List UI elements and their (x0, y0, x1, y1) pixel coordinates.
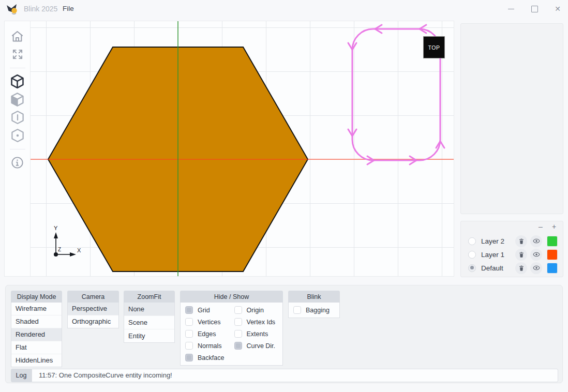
camera-option-orthographic[interactable]: Orthographic (68, 315, 118, 328)
trash-icon (518, 265, 525, 272)
zoomfit-card: ZoomFit None Scene Entity (124, 291, 175, 343)
hexagon-line-icon (10, 110, 25, 125)
close-button[interactable]: ✕ (554, 4, 562, 13)
edges-checkbox[interactable] (185, 330, 193, 338)
minimize-icon (508, 9, 514, 9)
hide-show-card: Hide / Show Grid Origin Vertices Vertex … (180, 291, 283, 366)
menu-file[interactable]: File (63, 5, 74, 12)
normals-checkbox-row[interactable]: Normals (183, 340, 232, 352)
layer-select-radio[interactable] (468, 264, 476, 272)
extents-label: Extents (247, 330, 268, 338)
window-controls: ✕ (507, 4, 562, 13)
zoomfit-list: None Scene Entity (124, 303, 175, 343)
app-title: Blink 2025 (24, 5, 57, 13)
zoomfit-option-scene[interactable]: Scene (124, 316, 174, 329)
curve-dir-checkbox-row[interactable]: Curve Dir. (232, 340, 281, 352)
gizmo-z-label: Z (58, 247, 61, 252)
remove-layer-button[interactable]: – (537, 222, 544, 231)
view-toolbar (5, 21, 31, 276)
extents-checkbox[interactable] (234, 330, 242, 338)
log-output[interactable]: 11:57: One CompositeCurve entity incomin… (32, 369, 558, 382)
title-bar: Blink 2025 File ✕ (0, 0, 568, 20)
gizmo-x-label: X (77, 247, 81, 253)
vertex-ids-label: Vertex Ids (247, 319, 276, 326)
eye-icon (533, 237, 540, 245)
viewport-canvas[interactable]: Y X Z TOP (4, 21, 454, 277)
controls-panel: Display Mode Wireframe Shaded Rendered F… (5, 285, 563, 383)
layer-visibility-button[interactable] (530, 249, 542, 261)
display-mode-option-wireframe[interactable]: Wireframe (11, 303, 62, 315)
fit-view-button[interactable] (9, 46, 26, 63)
vertex-ids-checkbox-row[interactable]: Vertex Ids (232, 316, 281, 328)
curve-dir-checkbox[interactable] (234, 342, 242, 350)
zoomfit-option-entity[interactable]: Entity (124, 329, 174, 342)
grid-checkbox[interactable] (185, 306, 193, 314)
display-mode-option-flat[interactable]: Flat (11, 341, 62, 354)
view-section-button[interactable] (9, 109, 26, 126)
grid-checkbox-row[interactable]: Grid (183, 304, 232, 316)
vertex-ids-checkbox[interactable] (234, 318, 242, 326)
layer-color-swatch[interactable] (547, 236, 558, 247)
layer-color-swatch[interactable] (547, 249, 558, 260)
vertices-checkbox-row[interactable]: Vertices (183, 316, 232, 328)
layer-name: Layer 1 (481, 251, 504, 259)
grid-background: Y X Z TOP (31, 21, 454, 276)
display-mode-list: Wireframe Shaded Rendered Flat HiddenLin… (11, 303, 62, 367)
display-mode-option-rendered[interactable]: Rendered (11, 328, 62, 341)
camera-header: Camera (67, 291, 119, 303)
zoomfit-header: ZoomFit (124, 291, 175, 303)
home-button[interactable] (9, 27, 26, 45)
scene-layer: Y X Z (31, 21, 454, 276)
display-mode-option-shaded[interactable]: Shaded (11, 315, 62, 328)
blink-header: Blink (288, 291, 340, 303)
extents-checkbox-row[interactable]: Extents (232, 328, 281, 340)
bagging-checkbox-row[interactable]: Bagging (291, 304, 337, 316)
delete-layer-button[interactable] (515, 235, 527, 247)
layer-visibility-button[interactable] (530, 235, 542, 247)
add-layer-button[interactable]: + (550, 222, 558, 231)
info-icon (10, 156, 24, 170)
toolbar-divider (10, 68, 25, 68)
eye-icon (533, 264, 540, 272)
camera-card: Camera Perspective Orthographic (67, 291, 119, 328)
view-wireframe-button[interactable] (9, 72, 26, 90)
view-points-button[interactable] (9, 127, 26, 144)
edges-label: Edges (198, 330, 216, 338)
layer-color-swatch[interactable] (547, 263, 558, 274)
log-button[interactable]: Log (11, 369, 32, 382)
backface-checkbox-row[interactable]: Backface (183, 352, 232, 364)
edges-checkbox-row[interactable]: Edges (183, 328, 232, 340)
cube-shaded-icon (9, 92, 25, 108)
maximize-button[interactable] (530, 4, 539, 13)
delete-layer-button[interactable] (515, 262, 527, 274)
backface-checkbox[interactable] (185, 354, 193, 361)
normals-checkbox[interactable] (185, 342, 193, 350)
maximize-icon (531, 6, 538, 12)
bagging-checkbox[interactable] (293, 306, 301, 314)
layers-header: – + (537, 222, 558, 231)
layer-visibility-button[interactable] (530, 262, 542, 274)
vertices-checkbox[interactable] (185, 318, 193, 326)
layers-panel: – + Layer 2 Layer 1 (460, 221, 563, 277)
layer-row: Layer 1 (461, 248, 563, 261)
vertices-label: Vertices (198, 319, 220, 326)
display-mode-option-hiddenlines[interactable]: HiddenLines (11, 354, 62, 367)
backface-label: Backface (198, 354, 224, 361)
origin-checkbox[interactable] (234, 306, 242, 314)
blink-card: Blink Bagging (288, 291, 340, 318)
layer-select-radio[interactable] (468, 237, 476, 245)
camera-option-perspective[interactable]: Perspective (68, 303, 118, 315)
view-cube-top[interactable]: TOP (423, 36, 445, 58)
view-shaded-button[interactable] (9, 91, 26, 108)
zoomfit-option-none[interactable]: None (124, 303, 174, 316)
delete-layer-button[interactable] (515, 249, 527, 261)
expand-icon (11, 48, 24, 61)
cube-wireframe-icon (9, 73, 25, 89)
trash-icon (518, 251, 525, 258)
minimize-button[interactable] (507, 4, 515, 13)
log-row: Log 11:57: One CompositeCurve entity inc… (11, 369, 558, 382)
layer-row: Default (461, 261, 563, 275)
layer-select-radio[interactable] (468, 251, 476, 259)
info-button[interactable] (9, 154, 26, 171)
origin-checkbox-row[interactable]: Origin (232, 304, 281, 316)
